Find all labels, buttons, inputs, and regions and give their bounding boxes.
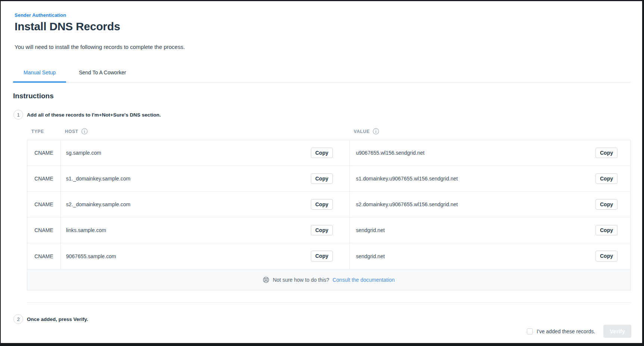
setup-tabs: Manual Setup Send To A Coworker: [13, 67, 631, 83]
value-value-text: s1.domainkey.u9067655.wl156.sendgrid.net: [356, 176, 458, 182]
footer-help-text: Not sure how to do this?: [273, 277, 329, 283]
host-cell: s1._domainkey.sample.com Copy: [61, 166, 350, 191]
page-subtitle: You will need to install the following r…: [15, 44, 631, 50]
value-cell: sendgrid.net Copy: [350, 217, 631, 243]
page-title: Install DNS Records: [15, 20, 631, 33]
table-row: CNAME s2._domainkey.sample.com Copy s2.d…: [27, 192, 630, 217]
tab-manual-setup[interactable]: Manual Setup: [13, 67, 66, 83]
copy-host-button[interactable]: Copy: [311, 173, 333, 184]
host-cell: sg.sample.com Copy: [61, 140, 350, 166]
value-info-icon[interactable]: [373, 128, 379, 135]
host-info-icon[interactable]: [81, 128, 88, 135]
type-cell: CNAME: [27, 217, 61, 243]
verify-controls: I've added these records. Verify: [13, 325, 631, 338]
consult-documentation-link[interactable]: Consult the documentation: [332, 277, 395, 283]
value-cell: sendgrid.net Copy: [350, 243, 631, 269]
tab-send-to-coworker[interactable]: Send To A Coworker: [71, 67, 134, 83]
copy-value-button[interactable]: Copy: [595, 148, 618, 158]
table-row: CNAME s1._domainkey.sample.com Copy s1.d…: [27, 166, 630, 192]
value-cell: u9067655.wl156.sendgrid.net Copy: [350, 140, 631, 166]
copy-host-button[interactable]: Copy: [311, 199, 333, 210]
column-header-value: VALUE: [349, 128, 631, 135]
value-value-text: s2.domainkey.u9067655.wl156.sendgrid.net: [356, 201, 458, 207]
type-cell: CNAME: [27, 192, 61, 217]
host-cell: s2._domainkey.sample.com Copy: [61, 192, 350, 217]
host-value-text: links.sample.com: [66, 227, 106, 233]
dns-rows: CNAME sg.sample.com Copy u9067655.wl156.…: [27, 140, 630, 269]
copy-value-button[interactable]: Copy: [595, 199, 618, 210]
column-header-type: TYPE: [27, 129, 60, 134]
type-cell: CNAME: [27, 140, 61, 166]
copy-host-button[interactable]: Copy: [311, 225, 333, 236]
dns-records-section: TYPE HOST VALUE CNAME sg.sample.com Copy: [27, 128, 631, 290]
step-1-label: Add all of these records to I'm+Not+Sure…: [27, 112, 161, 118]
lifebuoy-icon: [263, 277, 269, 283]
value-value-text: sendgrid.net: [356, 227, 385, 233]
install-dns-records-page: Sender Authentication Install DNS Record…: [1, 1, 642, 343]
value-value-text: sendgrid.net: [356, 253, 385, 259]
host-value-text: 9067655.sample.com: [66, 253, 116, 259]
section-divider: [27, 302, 631, 303]
copy-host-button[interactable]: Copy: [311, 148, 333, 158]
table-row: CNAME 9067655.sample.com Copy sendgrid.n…: [27, 243, 630, 269]
dns-records-table: CNAME sg.sample.com Copy u9067655.wl156.…: [27, 140, 631, 290]
host-value-text: sg.sample.com: [66, 150, 101, 156]
type-cell: CNAME: [27, 166, 61, 191]
column-header-host: HOST: [60, 128, 349, 135]
copy-value-button[interactable]: Copy: [595, 225, 618, 236]
table-row: CNAME sg.sample.com Copy u9067655.wl156.…: [27, 140, 630, 166]
step-1: 1 Add all of these records to I'm+Not+Su…: [13, 110, 631, 120]
verify-button[interactable]: Verify: [603, 325, 631, 338]
copy-host-button[interactable]: Copy: [311, 251, 333, 262]
dns-table-header: TYPE HOST VALUE: [27, 128, 631, 135]
table-footer: Not sure how to do this? Consult the doc…: [27, 269, 630, 290]
host-cell: links.sample.com Copy: [61, 217, 350, 243]
host-value-text: s1._domainkey.sample.com: [66, 176, 130, 182]
type-cell: CNAME: [27, 243, 61, 269]
host-cell: 9067655.sample.com Copy: [61, 243, 350, 269]
table-row: CNAME links.sample.com Copy sendgrid.net…: [27, 217, 630, 243]
added-records-checkbox[interactable]: [527, 328, 533, 334]
step-2-label: Once added, press Verify.: [27, 316, 88, 322]
step-2-number-badge: 2: [13, 314, 23, 324]
added-records-checkbox-label: I've added these records.: [537, 328, 595, 334]
value-cell: s2.domainkey.u9067655.wl156.sendgrid.net…: [350, 192, 631, 217]
value-value-text: u9067655.wl156.sendgrid.net: [356, 150, 425, 156]
value-cell: s1.domainkey.u9067655.wl156.sendgrid.net…: [350, 166, 631, 191]
step-2: 2 Once added, press Verify.: [13, 314, 631, 324]
step-1-number-badge: 1: [13, 110, 23, 120]
host-value-text: s2._domainkey.sample.com: [66, 201, 130, 207]
copy-value-button[interactable]: Copy: [595, 173, 618, 184]
instructions-heading: Instructions: [13, 92, 631, 100]
copy-value-button[interactable]: Copy: [595, 251, 618, 262]
breadcrumb-sender-authentication[interactable]: Sender Authentication: [15, 12, 66, 18]
